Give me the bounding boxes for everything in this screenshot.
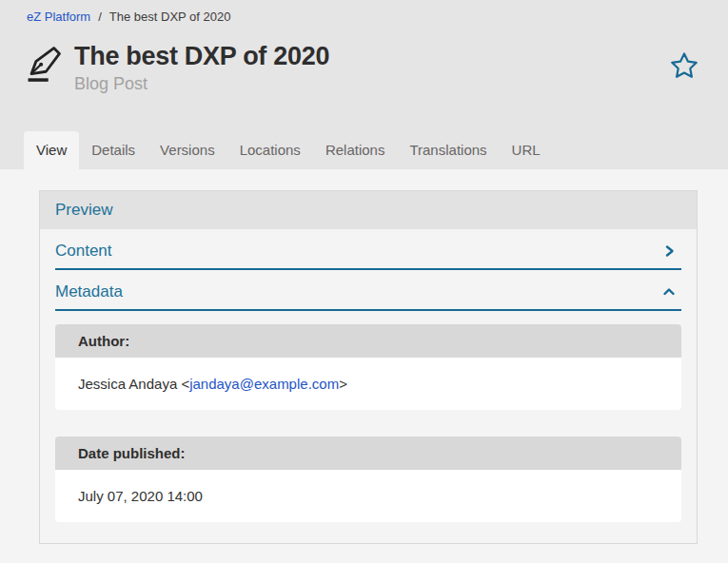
- breadcrumb-home-link[interactable]: eZ Platform: [27, 10, 90, 24]
- metadata-section-toggle[interactable]: Metadata: [55, 270, 681, 311]
- metadata-body: Author: Jessica Andaya <jandaya@example.…: [55, 311, 681, 522]
- title-row: The best DXP of 2020 Blog Post: [0, 24, 728, 94]
- author-suffix-text: >: [339, 376, 347, 392]
- tab-translations[interactable]: Translations: [397, 131, 499, 169]
- view-container: Preview Content Metadata: [39, 190, 698, 544]
- chevron-right-icon: [662, 244, 676, 258]
- author-field: Author: Jessica Andaya <jandaya@example.…: [55, 324, 681, 410]
- title-block: The best DXP of 2020 Blog Post: [74, 43, 669, 94]
- metadata-section-label: Metadata: [55, 282, 123, 301]
- content-section-toggle[interactable]: Content: [55, 229, 681, 270]
- page-header: eZ Platform/The best DXP of 2020 The bes…: [0, 0, 728, 169]
- page-title: The best DXP of 2020: [74, 43, 669, 71]
- tab-locations[interactable]: Locations: [227, 131, 313, 169]
- tab-bar: View Details Versions Locations Relation…: [24, 131, 553, 169]
- breadcrumb-separator: /: [98, 10, 102, 24]
- tab-view[interactable]: View: [24, 131, 79, 169]
- tab-relations[interactable]: Relations: [313, 131, 398, 169]
- date-published-field-label: Date published:: [55, 437, 681, 470]
- date-published-field: Date published: July 07, 2020 14:00: [55, 437, 681, 522]
- date-published-field-value: July 07, 2020 14:00: [55, 470, 681, 522]
- tab-details[interactable]: Details: [79, 131, 148, 169]
- tab-url[interactable]: URL: [500, 131, 553, 169]
- author-field-label: Author:: [55, 324, 681, 358]
- chevron-up-icon: [662, 285, 676, 299]
- breadcrumb-current: The best DXP of 2020: [109, 10, 231, 24]
- breadcrumb: eZ Platform/The best DXP of 2020: [0, 0, 728, 24]
- tab-content-area: Preview Content Metadata: [0, 169, 728, 544]
- author-name-text: Jessica Andaya <: [78, 376, 189, 392]
- pen-edit-icon: [25, 45, 63, 87]
- tab-versions[interactable]: Versions: [148, 131, 227, 169]
- preview-section-header: Preview: [40, 191, 697, 229]
- author-email-link[interactable]: jandaya@example.com: [189, 376, 339, 392]
- star-outline-icon: [669, 69, 699, 84]
- bookmark-button[interactable]: [669, 50, 699, 84]
- content-type-label: Blog Post: [74, 74, 669, 94]
- author-field-value: Jessica Andaya <jandaya@example.com>: [55, 358, 681, 410]
- content-section-label: Content: [55, 242, 112, 261]
- sections-wrapper: Content Metadata Author:: [40, 229, 697, 543]
